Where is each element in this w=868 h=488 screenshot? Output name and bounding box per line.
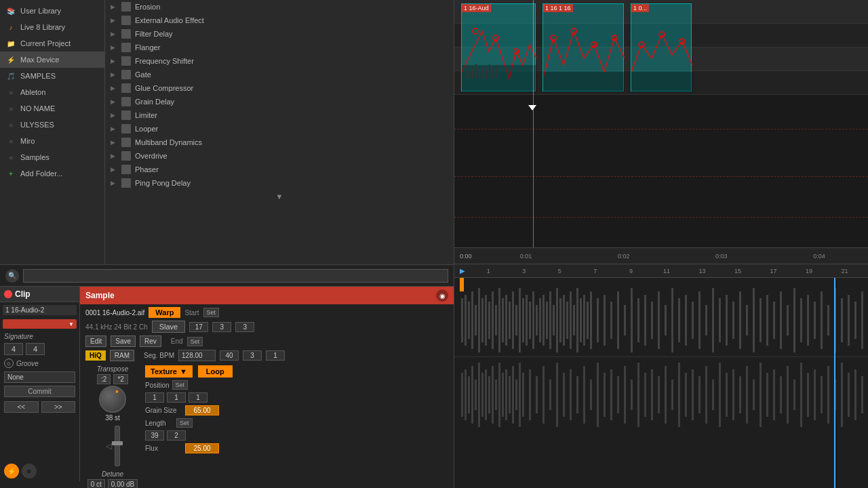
svg-rect-170: [848, 373, 850, 417]
clip-color-bar[interactable]: ▼: [3, 319, 77, 329]
seg-bpm-input[interactable]: [178, 350, 216, 361]
sidebar-item-add-folder[interactable]: ＋ Add Folder...: [0, 165, 104, 182]
end-val3-input[interactable]: [266, 350, 285, 361]
sidebar-item-samples2[interactable]: ○ Samples: [0, 149, 104, 165]
sidebar-item-current-project[interactable]: 📁 Current Project: [0, 35, 104, 52]
nav-forward-button[interactable]: >>: [41, 401, 76, 413]
orange-icon-btn[interactable]: ⚡: [4, 464, 19, 479]
start-val1-input[interactable]: [189, 322, 208, 332]
pos-val2-input[interactable]: [167, 392, 186, 403]
svg-rect-47: [539, 298, 541, 342]
list-item[interactable]: ▶ Frequency Shifter: [105, 54, 454, 68]
len-val2-input[interactable]: [167, 430, 186, 441]
sidebar-item-live8[interactable]: ♪ Live 8 Library: [0, 19, 104, 35]
commit-button[interactable]: Commit: [4, 386, 75, 397]
sidebar-item-max-device[interactable]: ⚡ Max Device: [0, 52, 104, 68]
sidebar-item-ableton[interactable]: ○ Ableton: [0, 84, 104, 100]
search-input[interactable]: [23, 269, 448, 283]
grain-size-input[interactable]: [185, 405, 219, 415]
svg-rect-152: [726, 373, 728, 417]
sidebar-item-ulysses[interactable]: ○ ULYSSES: [0, 117, 104, 133]
start-set-button[interactable]: Set: [203, 308, 220, 317]
clip-block-2[interactable]: 1 16 1 16: [542, 3, 624, 92]
list-item[interactable]: ▶ Multiband Dynamics: [105, 136, 454, 149]
time-sig-numerator[interactable]: [4, 343, 23, 355]
sidebar-item-noname[interactable]: ○ NO NAME: [0, 100, 104, 117]
svg-rect-91: [787, 305, 789, 336]
search-icon-btn[interactable]: 🔍: [5, 269, 19, 283]
list-item[interactable]: ▶ Phaser: [105, 163, 454, 176]
clip-name-input[interactable]: [3, 305, 77, 315]
file-icon: [121, 56, 131, 66]
end-val1-input[interactable]: [220, 350, 239, 361]
sidebar-item-miro[interactable]: ○ Miro: [0, 133, 104, 149]
rev-button[interactable]: Rev: [140, 336, 161, 347]
flux-input[interactable]: [185, 443, 219, 453]
warp-button[interactable]: Warp: [149, 307, 180, 318]
list-item[interactable]: ▶ Erosion: [105, 0, 454, 14]
search-bar: 🔍: [0, 264, 454, 286]
list-item[interactable]: ▶ Ping Pong Delay: [105, 176, 454, 190]
svg-rect-25: [465, 295, 467, 346]
hiq-button[interactable]: HiQ: [85, 350, 106, 361]
list-item[interactable]: ▶ Looper: [105, 122, 454, 136]
ram-button[interactable]: RAM: [110, 350, 134, 361]
loop-button[interactable]: Loop: [198, 365, 233, 378]
div2-button[interactable]: :2: [97, 374, 111, 384]
svg-rect-169: [841, 363, 843, 427]
length-set-button[interactable]: Set: [176, 418, 193, 428]
mul2-button[interactable]: *2: [113, 374, 127, 384]
list-item[interactable]: ▶ Filter Delay: [105, 27, 454, 41]
list-item[interactable]: ▶ Overdrive: [105, 149, 454, 163]
list-item[interactable]: ▶ Flanger: [105, 41, 454, 54]
end-val2-input[interactable]: [243, 350, 262, 361]
sample-expand-button[interactable]: ◉: [436, 289, 448, 302]
sidebar-item-user-library[interactable]: 📚 User Library: [0, 3, 104, 19]
nav-back-button[interactable]: <<: [4, 401, 39, 413]
div2-mul2-row: :2 *2: [97, 374, 128, 384]
list-item[interactable]: ▶ External Audio Effect: [105, 14, 454, 27]
svg-rect-44: [529, 302, 531, 339]
svg-rect-10: [496, 65, 497, 79]
dark-icon-btn[interactable]: ≡: [22, 464, 37, 479]
svg-rect-108: [475, 380, 477, 410]
end-set-button[interactable]: Set: [187, 337, 203, 346]
list-item[interactable]: ▶ Glue Compressor: [105, 81, 454, 95]
ableton-icon: ○: [5, 87, 16, 98]
len-val1-input[interactable]: [145, 430, 164, 441]
slave-button[interactable]: Slave: [152, 321, 186, 333]
position-set-button[interactable]: Set: [172, 380, 189, 390]
sample-format: 44.1 kHz 24 Bit 2 Ch: [85, 323, 148, 331]
svg-rect-88: [766, 295, 768, 346]
list-item[interactable]: ▶ Limiter: [105, 108, 454, 122]
ruler-tick-2: 0:02: [618, 253, 630, 260]
start-val3-input[interactable]: [235, 322, 254, 332]
texture-button[interactable]: Texture ▼: [145, 365, 193, 378]
svg-rect-70: [644, 295, 646, 346]
scroll-down-arrow[interactable]: ▼: [105, 190, 454, 203]
svg-rect-35: [498, 288, 500, 352]
waveform-display[interactable]: // This is just decorative - waveform ba…: [454, 278, 868, 488]
pos-val1-input[interactable]: [145, 392, 164, 403]
clip-block-3[interactable]: 1 0...: [631, 3, 692, 92]
svg-rect-159: [773, 369, 775, 420]
arrow-icon: ▶: [111, 139, 119, 146]
save-button[interactable]: Save: [111, 336, 136, 347]
clip-block-1[interactable]: 1 16-Aud: [461, 3, 536, 92]
svg-rect-154: [739, 376, 741, 413]
list-item[interactable]: ▶ Gate: [105, 68, 454, 81]
texture-label: Texture: [151, 367, 177, 375]
list-item[interactable]: ▶ Grain Delay: [105, 95, 454, 108]
svg-rect-30: [481, 298, 484, 342]
transpose-value: 38 st: [105, 414, 120, 422]
transpose-slider[interactable]: [115, 426, 120, 466]
time-sig-denominator[interactable]: [26, 343, 45, 355]
pos-val3-input[interactable]: [189, 392, 208, 403]
file-icon: [121, 178, 131, 188]
start-val2-input[interactable]: [212, 322, 231, 332]
groove-value-input[interactable]: [4, 371, 75, 383]
edit-button[interactable]: Edit: [85, 336, 106, 347]
file-item-label: Ping Pong Delay: [135, 179, 191, 187]
transpose-knob[interactable]: [99, 386, 126, 413]
sidebar-item-samples[interactable]: 🎵 SAMPLES: [0, 68, 104, 84]
